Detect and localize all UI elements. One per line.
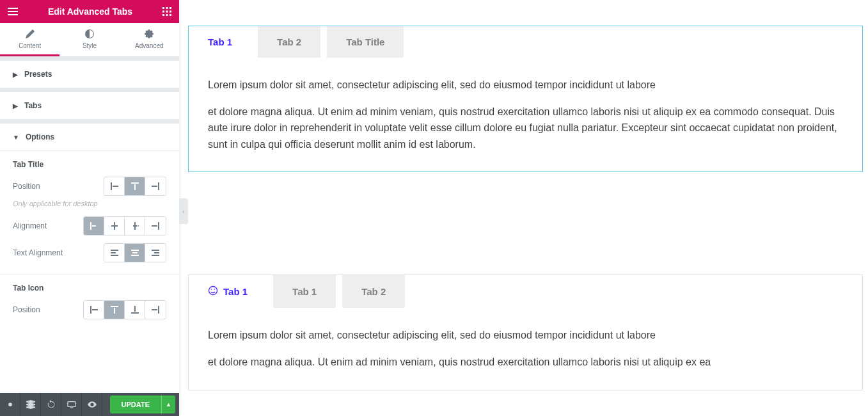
section-tabs[interactable]: ▶ Tabs: [0, 92, 179, 120]
align-center[interactable]: [104, 217, 125, 235]
tab-item-2[interactable]: Tab 2: [258, 26, 320, 58]
svg-rect-28: [111, 252, 116, 253]
paragraph: et dolore magna aliqua. Ut enim ad minim…: [208, 354, 843, 371]
text-alignment-choices: [104, 243, 166, 262]
svg-rect-1: [8, 11, 18, 12]
svg-rect-17: [152, 186, 157, 187]
svg-rect-44: [67, 402, 75, 407]
tab-content[interactable]: Content: [0, 23, 59, 56]
control-position: Position: [0, 173, 179, 200]
svg-rect-39: [114, 308, 115, 314]
tab-label: Tab 1: [223, 286, 248, 297]
settings-button[interactable]: [0, 393, 20, 416]
align-end[interactable]: [125, 217, 145, 235]
icon-pos-top[interactable]: [104, 301, 125, 319]
position-top[interactable]: [125, 177, 145, 195]
svg-rect-41: [134, 306, 136, 312]
mode-tabs: Content Style Advanced: [0, 23, 179, 57]
svg-rect-4: [166, 7, 168, 9]
tab-item-3[interactable]: Tab 2: [342, 275, 405, 308]
control-alignment: Alignment: [0, 212, 179, 239]
svg-rect-7: [166, 11, 168, 13]
icon-pos-left[interactable]: [84, 301, 104, 319]
panel-header: Edit Advanced Tabs: [0, 0, 179, 23]
svg-rect-14: [131, 182, 139, 184]
svg-rect-16: [158, 182, 159, 190]
tab-item-2[interactable]: Tab 1: [273, 275, 336, 308]
apps-grid-icon[interactable]: [162, 7, 171, 16]
svg-rect-15: [134, 184, 136, 190]
svg-rect-31: [132, 252, 138, 253]
navigator-button[interactable]: [20, 393, 41, 416]
tabs-header: Tab 1 Tab 2 Tab Title: [189, 26, 862, 58]
position-right[interactable]: [145, 177, 166, 195]
icon-pos-bottom[interactable]: [125, 301, 145, 319]
advanced-tabs-widget-2[interactable]: Tab 1 Tab 1 Tab 2 Lorem ipsum dolor sit …: [188, 275, 863, 390]
alignment-label: Alignment: [13, 221, 47, 230]
section-options[interactable]: ▼ Options: [0, 124, 179, 151]
pencil-icon: [0, 29, 59, 40]
position-label: Position: [13, 182, 40, 191]
svg-rect-3: [162, 7, 164, 9]
text-center[interactable]: [125, 244, 145, 262]
svg-rect-29: [111, 255, 118, 256]
svg-rect-38: [111, 306, 118, 307]
advanced-tabs-widget-1[interactable]: Tab 1 Tab 2 Tab Title Lorem ipsum dolor …: [188, 26, 863, 172]
svg-rect-5: [170, 7, 171, 9]
update-button[interactable]: UPDATE: [110, 396, 161, 413]
controls-area: Tab Title Position Only applicable for d…: [0, 151, 179, 393]
svg-rect-18: [90, 222, 91, 230]
svg-rect-11: [170, 14, 171, 16]
alignment-choices: [83, 216, 166, 236]
gear-icon: [120, 29, 179, 40]
text-alignment-label: Text Alignment: [13, 248, 63, 257]
tab-advanced-label: Advanced: [135, 42, 163, 49]
tab-body: Lorem ipsum dolor sit amet, consectetur …: [189, 308, 862, 389]
section-presets[interactable]: ▶ Presets: [0, 61, 179, 88]
svg-rect-26: [152, 225, 157, 227]
smile-icon: [208, 285, 218, 298]
tab-item-1[interactable]: Tab 1: [189, 26, 251, 58]
caret-right-icon: ▶: [13, 102, 18, 109]
icon-position-label: Position: [13, 305, 40, 314]
text-right[interactable]: [145, 244, 166, 262]
svg-rect-40: [131, 312, 139, 314]
tab-label: Tab 2: [277, 36, 301, 47]
paragraph: Lorem ipsum dolor sit amet, consectetur …: [208, 327, 843, 344]
responsive-button[interactable]: [61, 393, 82, 416]
preview-canvas[interactable]: Tab 1 Tab 2 Tab Title Lorem ipsum dolor …: [179, 0, 868, 416]
contrast-icon: [59, 29, 119, 40]
svg-point-49: [214, 289, 216, 291]
position-note: Only applicable for desktop: [0, 200, 179, 212]
tab-label: Tab Title: [346, 36, 384, 47]
menu-icon[interactable]: [8, 6, 18, 17]
text-left[interactable]: [104, 244, 125, 262]
svg-rect-35: [152, 255, 159, 256]
update-label: UPDATE: [122, 401, 150, 408]
tabs-header: Tab 1 Tab 1 Tab 2: [189, 275, 862, 308]
tab-item-1[interactable]: Tab 1: [189, 275, 267, 308]
align-stretch[interactable]: [145, 217, 166, 235]
align-start[interactable]: [84, 217, 104, 235]
icon-pos-right[interactable]: [145, 301, 166, 319]
tab-label: Tab 1: [292, 286, 317, 297]
svg-rect-42: [158, 306, 159, 314]
update-options-button[interactable]: ▲: [161, 396, 175, 413]
paragraph: et dolore magna aliqua. Ut enim ad minim…: [208, 104, 843, 153]
position-left[interactable]: [104, 177, 125, 195]
svg-rect-10: [166, 14, 168, 16]
tab-style[interactable]: Style: [59, 23, 119, 56]
svg-rect-21: [111, 225, 118, 227]
svg-rect-13: [113, 186, 118, 187]
tab-body: Lorem ipsum dolor sit amet, consectetur …: [189, 58, 862, 172]
svg-rect-23: [133, 225, 137, 227]
history-button[interactable]: [41, 393, 61, 416]
control-text-alignment: Text Alignment: [0, 239, 179, 266]
tab-item-3[interactable]: Tab Title: [327, 26, 404, 58]
tab-advanced[interactable]: Advanced: [120, 23, 179, 56]
position-choices: [104, 177, 166, 196]
group-tab-icon: Tab Icon: [0, 274, 179, 296]
preview-button[interactable]: [82, 393, 102, 416]
svg-rect-19: [92, 225, 96, 227]
icon-position-choices: [83, 300, 166, 319]
